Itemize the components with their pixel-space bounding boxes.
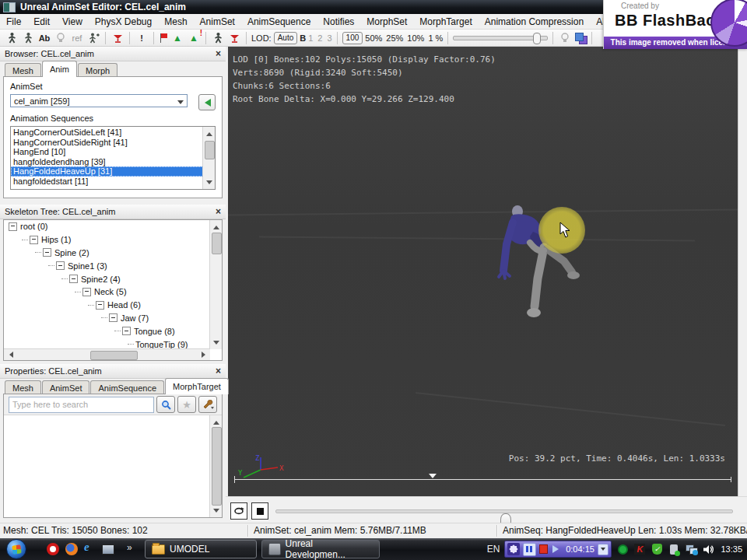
menu-item-animsequence[interactable]: AnimSequence <box>241 14 317 30</box>
cascade-windows-icon[interactable] <box>574 33 587 44</box>
scroll-up-icon[interactable] <box>210 415 222 426</box>
scroll-left-icon[interactable] <box>4 349 15 360</box>
scroll-down-icon[interactable] <box>210 506 222 517</box>
sequence-scrollbar[interactable] <box>202 127 215 189</box>
menu-item-mesh[interactable]: Mesh <box>158 14 193 30</box>
scroll-right-icon[interactable] <box>199 349 210 360</box>
favorites-button[interactable]: ★ <box>177 396 196 413</box>
skeleton-hscrollbar[interactable] <box>4 348 210 360</box>
tray-green-app-icon[interactable] <box>616 543 629 555</box>
tray-network-icon[interactable] <box>685 543 697 555</box>
search-button[interactable] <box>156 396 175 413</box>
scrollbar-thumb[interactable] <box>212 233 222 254</box>
menu-item-animation-compression[interactable]: Animation Compression <box>479 14 590 30</box>
scrollbar-thumb[interactable] <box>90 351 137 360</box>
collapse-box-icon[interactable] <box>69 275 78 283</box>
skeleton-vscrollbar[interactable] <box>209 220 222 349</box>
sequence-list-item[interactable]: HangCornerOutSideRight [41] <box>11 138 203 148</box>
scroll-down-icon[interactable] <box>203 178 215 189</box>
tree-node[interactable]: Hips (1) <box>4 233 210 247</box>
zoom-level-button[interactable]: 10% <box>407 33 424 43</box>
menu-item-morphset[interactable]: MorphSet <box>360 14 413 30</box>
taskbar-clock[interactable]: 13:35 <box>721 544 742 554</box>
collapse-box-icon[interactable] <box>9 222 17 231</box>
tree-node[interactable]: Head (6) <box>4 299 210 312</box>
animset-dropdown[interactable]: cel_anim [259] <box>10 94 188 107</box>
collapse-box-icon[interactable] <box>109 313 117 322</box>
scroll-down-icon[interactable] <box>210 338 222 349</box>
mirror-icon[interactable] <box>86 31 100 45</box>
quicklaunch-overflow[interactable]: » <box>127 542 139 555</box>
sequence-list-item[interactable]: hangfoldedendhang [39] <box>11 157 203 167</box>
flag-icon[interactable] <box>159 33 168 44</box>
tab-anim[interactable]: Anim <box>42 61 77 77</box>
collapse-box-icon[interactable] <box>122 327 131 335</box>
tab-morph[interactable]: Morph <box>78 63 117 77</box>
close-icon[interactable]: × <box>216 49 221 58</box>
record-play-icon[interactable] <box>552 545 563 553</box>
socket-icon-2[interactable] <box>227 31 241 45</box>
tab-mesh[interactable]: Mesh <box>5 63 41 77</box>
speed-slider-thumb[interactable] <box>533 33 541 44</box>
tree-node[interactable]: Tongue (8) <box>4 324 210 338</box>
scrollbar-thumb[interactable] <box>212 427 222 506</box>
bone-names-icon[interactable]: Ab <box>37 31 51 45</box>
menu-item-morphtarget[interactable]: MorphTarget <box>413 14 478 30</box>
taskbar-button-unreal[interactable]: Unreal Developmen... <box>261 540 380 558</box>
menu-item-animset[interactable]: AnimSet <box>194 14 241 30</box>
notify-icon[interactable]: ! <box>135 31 149 45</box>
start-button[interactable] <box>6 539 26 559</box>
taskbar-button-umodel[interactable]: UMODEL <box>145 540 257 558</box>
tree-node[interactable]: Jaw (7) <box>4 312 210 325</box>
zoom-level-button[interactable]: 50% <box>365 33 382 43</box>
show-bones-icon[interactable] <box>5 31 19 45</box>
tray-usb-icon[interactable] <box>668 543 680 555</box>
menu-item-file[interactable]: File <box>0 14 27 30</box>
scroll-up-icon[interactable] <box>203 127 215 138</box>
lod-level-3[interactable]: 3 <box>327 33 331 43</box>
properties-scrollbar[interactable] <box>209 415 222 517</box>
tray-shield-icon[interactable]: ✓ <box>651 543 663 555</box>
collapse-box-icon[interactable] <box>43 248 51 257</box>
tree-node[interactable]: Neck (5) <box>4 285 210 299</box>
stop-button[interactable] <box>251 502 268 520</box>
collapse-box-icon[interactable] <box>56 261 65 270</box>
play-triangle-icon[interactable]: ▲ <box>170 31 184 45</box>
recorder-menu-button[interactable] <box>598 544 609 555</box>
firefox-icon[interactable] <box>65 543 78 555</box>
tab-morphtarget[interactable]: MorphTarget <box>165 378 229 394</box>
tools-button[interactable] <box>198 396 217 413</box>
close-icon[interactable]: × <box>216 207 221 216</box>
properties-list-area[interactable] <box>5 415 209 516</box>
lod-base-button[interactable]: B <box>300 33 306 43</box>
tree-node[interactable]: TongueTip (9) <box>4 338 210 349</box>
internet-explorer-icon[interactable]: e <box>84 541 96 553</box>
tree-node[interactable]: Spine2 (4) <box>4 272 210 285</box>
play-alert-icon[interactable]: ▲! <box>187 31 201 45</box>
remote-desktop-icon[interactable] <box>102 543 114 555</box>
language-indicator[interactable]: EN <box>487 544 500 555</box>
mesh-toggle-icon[interactable] <box>211 31 225 45</box>
scrub-slider[interactable] <box>275 509 733 513</box>
ref-pose-icon[interactable]: ref <box>70 31 84 45</box>
lod-level-1[interactable]: 1 <box>308 33 313 43</box>
collapse-box-icon[interactable] <box>82 288 91 296</box>
lod-auto-button[interactable]: Auto <box>274 32 298 44</box>
tree-node[interactable]: root (0) <box>4 220 210 233</box>
zoom-level-button[interactable]: 1 % <box>428 33 443 43</box>
zoom-100-button[interactable]: 100 <box>342 32 363 44</box>
menu-item-physx-debug[interactable]: PhysX Debug <box>89 14 158 30</box>
close-icon[interactable]: × <box>216 366 221 376</box>
sequence-list-item[interactable]: HangCornerOutSideLeft [41] <box>11 128 203 138</box>
menu-item-view[interactable]: View <box>56 14 89 30</box>
tray-volume-icon[interactable] <box>702 543 714 555</box>
pause-button[interactable] <box>523 543 536 556</box>
socket-manager-icon[interactable] <box>110 31 124 45</box>
tray-k-app-icon[interactable]: K <box>633 543 646 555</box>
bulb-icon[interactable] <box>54 31 68 45</box>
viewport-3d[interactable]: LOD [0] Bones:102 Polys:15050 (Display F… <box>228 47 738 496</box>
search-input[interactable] <box>9 397 154 413</box>
lod-level-2[interactable]: 2 <box>317 33 322 43</box>
sequence-list-item[interactable]: hangfoldedstart [11] <box>11 177 203 187</box>
zoom-level-button[interactable]: 25% <box>386 33 403 43</box>
